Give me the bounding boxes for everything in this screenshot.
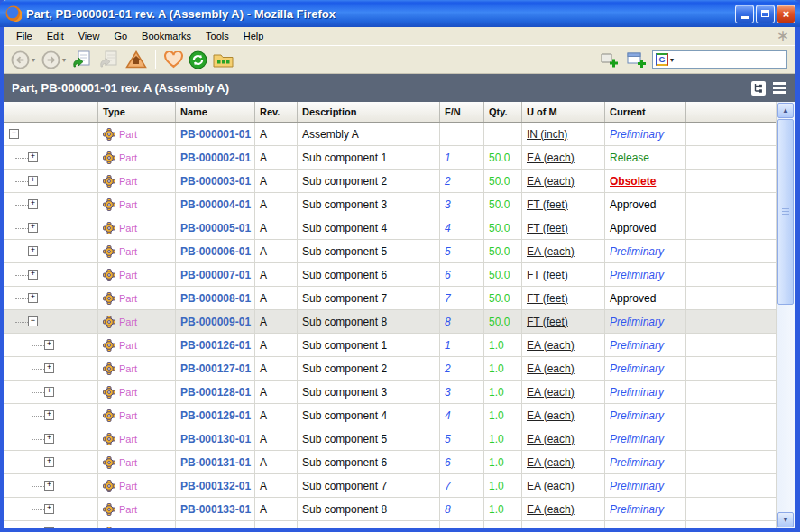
vertical-scrollbar[interactable]: ▲ ▼ [776,102,795,528]
uom-link[interactable]: FT (feet) [527,269,568,281]
expand-toggle-icon[interactable]: + [44,410,54,420]
expand-toggle-icon[interactable]: − [28,316,38,326]
expand-toggle-icon[interactable]: + [44,457,54,467]
scroll-down-button[interactable]: ▼ [777,512,794,527]
menu-bookmarks[interactable]: Bookmarks [134,28,198,44]
expand-toggle-icon[interactable]: + [28,246,38,256]
part-number-link[interactable]: PB-000009-01 [180,316,251,328]
expand-toggle-icon[interactable]: + [44,363,54,373]
table-row[interactable]: + Part PB-000127-01 A Sub component 2 2 … [4,357,776,381]
folder-button[interactable] [212,51,234,69]
part-number-link[interactable]: PB-000007-01 [180,269,251,281]
search-engine-dropdown-icon[interactable]: ▾ [670,56,674,64]
add-item-button[interactable] [598,50,621,69]
column-header-current[interactable]: Current [605,102,686,122]
refresh-button[interactable] [188,50,208,70]
menu-tools[interactable]: Tools [198,28,236,44]
table-row[interactable]: − Part PB-000009-01 A Sub component 8 8 … [4,310,776,334]
expand-toggle-icon[interactable]: + [28,293,38,303]
forward-button[interactable]: ▾ [40,49,67,71]
expand-toggle-icon[interactable]: + [44,340,54,350]
table-row[interactable]: + Part PB-000004-01 A Sub component 3 3 … [4,193,776,216]
part-number-link[interactable]: PB-000127-01 [180,362,251,375]
part-number-link[interactable]: PB-000132-01 [180,480,251,492]
uom-link[interactable]: EA (each) [527,175,575,188]
table-row[interactable]: + Part PB-000002-01 A Sub component 1 1 … [4,146,776,170]
close-button[interactable]: × [777,5,795,23]
list-view-icon[interactable] [773,82,786,94]
table-row[interactable]: + Part PB-000133-01 A Sub component 8 8 … [4,498,776,521]
expand-toggle-icon[interactable]: + [44,527,54,528]
column-header-expand[interactable] [4,102,98,122]
part-number-link[interactable]: PB-000133-01 [180,503,251,516]
reload-page-button[interactable] [70,49,94,70]
expand-toggle-icon[interactable]: + [44,504,54,514]
uom-link[interactable]: EA (each) [527,245,575,258]
table-row[interactable]: + Part PB-000008-01 A Sub component 7 7 … [4,287,776,310]
search-input[interactable] [676,54,784,65]
table-row[interactable]: + Part PB-000005-01 A Sub component 4 4 … [4,216,776,240]
column-header-name[interactable]: Name [176,102,255,122]
column-header-description[interactable]: Description [298,102,440,122]
table-row[interactable]: + Part [4,521,776,528]
uom-link[interactable]: EA (each) [527,433,575,445]
part-number-link[interactable]: PB-000126-01 [180,339,251,352]
column-header-uom[interactable]: U of M [522,102,605,122]
maximize-button[interactable] [756,5,775,23]
column-header-type[interactable]: Type [98,102,176,122]
part-number-link[interactable]: PB-000004-01 [180,198,251,211]
minimize-button[interactable] [735,5,754,23]
part-number-link[interactable]: PB-000002-01 [180,151,251,164]
table-row[interactable]: − Part PB-000001-01 A Assembly A IN (inc… [4,123,776,146]
uom-link[interactable]: EA (each) [527,386,575,399]
menu-edit[interactable]: Edit [40,28,71,44]
uom-link[interactable]: EA (each) [527,503,575,516]
expand-toggle-icon[interactable]: + [28,152,38,162]
menu-view[interactable]: View [71,28,107,44]
uom-link[interactable]: FT (feet) [527,292,568,305]
favorites-heart-button[interactable] [163,50,184,69]
menu-file[interactable]: File [9,28,40,44]
scrollbar-thumb[interactable] [777,119,794,305]
forward-dropdown-icon[interactable]: ▾ [62,56,66,64]
uom-link[interactable]: EA (each) [527,456,575,469]
part-number-link[interactable]: PB-000003-01 [180,175,251,188]
part-number-link[interactable]: PB-000130-01 [180,433,251,445]
table-row[interactable]: + Part PB-000132-01 A Sub component 7 7 … [4,474,776,498]
expand-toggle-icon[interactable]: + [28,199,38,209]
column-header-fn[interactable]: F/N [440,102,484,122]
expand-toggle-icon[interactable]: + [44,481,54,491]
part-number-link[interactable]: PB-000128-01 [180,386,251,399]
google-search-icon[interactable]: G [656,53,668,66]
uom-link[interactable]: EA (each) [527,480,575,492]
expand-toggle-icon[interactable]: + [28,270,38,280]
uom-link[interactable]: EA (each) [527,339,575,352]
table-row[interactable]: + Part PB-000007-01 A Sub component 6 6 … [4,263,776,287]
expand-toggle-icon[interactable]: − [9,129,19,139]
table-row[interactable]: + Part PB-000006-01 A Sub component 5 5 … [4,240,776,263]
part-number-link[interactable]: PB-000005-01 [180,222,251,234]
scroll-up-button[interactable]: ▲ [777,103,794,118]
table-row[interactable]: + Part PB-000003-01 A Sub component 2 2 … [4,170,776,193]
back-dropdown-icon[interactable]: ▾ [32,56,35,64]
table-row[interactable]: + Part PB-000129-01 A Sub component 4 4 … [4,404,776,427]
uom-link[interactable]: IN (inch) [527,128,567,141]
part-number-link[interactable]: PB-000129-01 [180,409,251,422]
table-row[interactable]: + Part PB-000126-01 A Sub component 1 1 … [4,334,776,357]
back-button[interactable]: ▾ [9,49,36,71]
part-number-link[interactable]: PB-000131-01 [180,456,251,469]
table-row[interactable]: + Part PB-000130-01 A Sub component 5 5 … [4,427,776,451]
uom-link[interactable]: EA (each) [527,151,575,164]
part-number-link[interactable]: PB-000001-01 [180,128,251,141]
stop-page-button[interactable] [97,49,121,70]
uom-link[interactable]: EA (each) [527,409,575,422]
column-header-qty[interactable]: Qty. [484,102,522,122]
bom-tree-view-icon[interactable] [751,81,766,96]
menu-go[interactable]: Go [106,28,134,44]
add-window-button[interactable] [625,50,648,69]
uom-link[interactable]: FT (feet) [527,222,568,234]
uom-link[interactable]: FT (feet) [527,198,568,211]
expand-toggle-icon[interactable]: + [28,176,38,186]
home-button[interactable] [124,50,148,69]
part-number-link[interactable]: PB-000008-01 [180,292,251,305]
